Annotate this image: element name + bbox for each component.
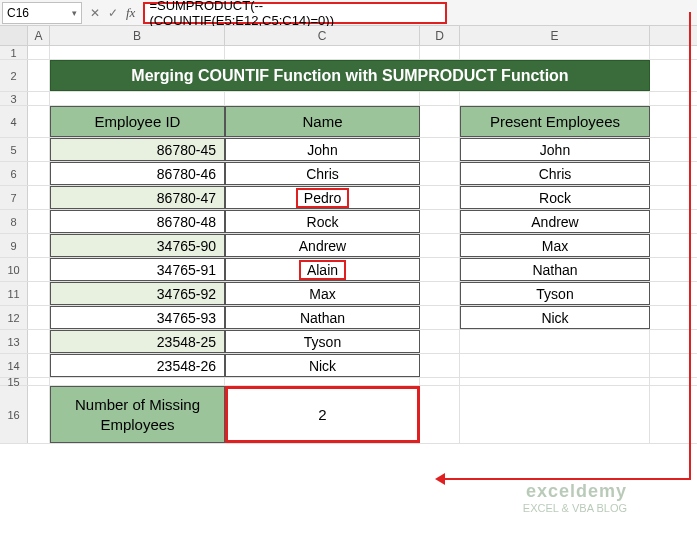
cell-present[interactable]: John: [460, 138, 650, 161]
cell-D14[interactable]: [420, 354, 460, 377]
cell-present[interactable]: Chris: [460, 162, 650, 185]
cell-D6[interactable]: [420, 162, 460, 185]
cell-present[interactable]: Rock: [460, 186, 650, 209]
cell-present[interactable]: Andrew: [460, 210, 650, 233]
row-header-8[interactable]: 8: [0, 210, 28, 233]
cell-A6[interactable]: [28, 162, 50, 185]
cell-E16[interactable]: [460, 386, 650, 443]
cell-A9[interactable]: [28, 234, 50, 257]
cell-A15[interactable]: [28, 378, 50, 385]
row-header-4[interactable]: 4: [0, 106, 28, 137]
cell-name[interactable]: Nick: [225, 354, 420, 377]
cell-D7[interactable]: [420, 186, 460, 209]
cell-C3[interactable]: [225, 92, 420, 105]
cell-present[interactable]: Nathan: [460, 258, 650, 281]
name-box[interactable]: C16 ▾: [2, 2, 82, 24]
cell-A5[interactable]: [28, 138, 50, 161]
cell-D4[interactable]: [420, 106, 460, 137]
cell-C15[interactable]: [225, 378, 420, 385]
cell-A16[interactable]: [28, 386, 50, 443]
cell-D12[interactable]: [420, 306, 460, 329]
cell-A2[interactable]: [28, 60, 50, 91]
check-icon[interactable]: ✓: [108, 6, 118, 20]
fx-icon[interactable]: fx: [126, 5, 135, 21]
cell-employee-id[interactable]: 23548-26: [50, 354, 225, 377]
cell-employee-id[interactable]: 86780-47: [50, 186, 225, 209]
row-header-2[interactable]: 2: [0, 60, 28, 91]
col-header-E[interactable]: E: [460, 26, 650, 45]
cell-E1[interactable]: [460, 46, 650, 59]
cell-B3[interactable]: [50, 92, 225, 105]
row-header-3[interactable]: 3: [0, 92, 28, 105]
cell-D9[interactable]: [420, 234, 460, 257]
cell-employee-id[interactable]: 34765-91: [50, 258, 225, 281]
cell-D13[interactable]: [420, 330, 460, 353]
cell-name[interactable]: John: [225, 138, 420, 161]
cell-A14[interactable]: [28, 354, 50, 377]
cell-present[interactable]: Tyson: [460, 282, 650, 305]
cell-name[interactable]: Tyson: [225, 330, 420, 353]
cell-employee-id[interactable]: 23548-25: [50, 330, 225, 353]
header-present[interactable]: Present Employees: [460, 106, 650, 137]
cell-D3[interactable]: [420, 92, 460, 105]
cell-D16[interactable]: [420, 386, 460, 443]
row-header-15[interactable]: 15: [0, 378, 28, 385]
row-header-9[interactable]: 9: [0, 234, 28, 257]
cell-present[interactable]: [460, 354, 650, 377]
col-header-D[interactable]: D: [420, 26, 460, 45]
row-header-1[interactable]: 1: [0, 46, 28, 59]
cell-present[interactable]: [460, 330, 650, 353]
row-header-6[interactable]: 6: [0, 162, 28, 185]
cell-D5[interactable]: [420, 138, 460, 161]
cell-A10[interactable]: [28, 258, 50, 281]
row-header-14[interactable]: 14: [0, 354, 28, 377]
row-header-10[interactable]: 10: [0, 258, 28, 281]
header-employee-id[interactable]: Employee ID: [50, 106, 225, 137]
cell-D8[interactable]: [420, 210, 460, 233]
cell-D15[interactable]: [420, 378, 460, 385]
cell-present[interactable]: Nick: [460, 306, 650, 329]
cell-name[interactable]: Max: [225, 282, 420, 305]
cell-A3[interactable]: [28, 92, 50, 105]
col-header-B[interactable]: B: [50, 26, 225, 45]
cell-name[interactable]: Pedro: [225, 186, 420, 209]
chevron-down-icon[interactable]: ▾: [72, 8, 77, 18]
row-header-16[interactable]: 16: [0, 386, 28, 443]
cell-D1[interactable]: [420, 46, 460, 59]
missing-label[interactable]: Number of Missing Employees: [50, 386, 225, 443]
cell-employee-id[interactable]: 34765-92: [50, 282, 225, 305]
cell-employee-id[interactable]: 34765-90: [50, 234, 225, 257]
cell-A12[interactable]: [28, 306, 50, 329]
header-name[interactable]: Name: [225, 106, 420, 137]
row-header-13[interactable]: 13: [0, 330, 28, 353]
cell-E15[interactable]: [460, 378, 650, 385]
formula-input[interactable]: =SUMPRODUCT(--(COUNTIF(E5:E12,C5:C14)=0)…: [143, 2, 447, 24]
cell-E3[interactable]: [460, 92, 650, 105]
row-header-11[interactable]: 11: [0, 282, 28, 305]
cancel-icon[interactable]: ✕: [90, 6, 100, 20]
cell-name[interactable]: Nathan: [225, 306, 420, 329]
cell-name[interactable]: Andrew: [225, 234, 420, 257]
cell-C1[interactable]: [225, 46, 420, 59]
cell-B15[interactable]: [50, 378, 225, 385]
row-header-5[interactable]: 5: [0, 138, 28, 161]
col-header-A[interactable]: A: [28, 26, 50, 45]
cell-employee-id[interactable]: 86780-45: [50, 138, 225, 161]
cell-name[interactable]: Alain: [225, 258, 420, 281]
row-header-7[interactable]: 7: [0, 186, 28, 209]
cell-employee-id[interactable]: 86780-48: [50, 210, 225, 233]
cell-A7[interactable]: [28, 186, 50, 209]
row-header-12[interactable]: 12: [0, 306, 28, 329]
cell-name[interactable]: Rock: [225, 210, 420, 233]
cell-A8[interactable]: [28, 210, 50, 233]
select-all-corner[interactable]: [0, 26, 28, 45]
cell-name[interactable]: Chris: [225, 162, 420, 185]
cell-A11[interactable]: [28, 282, 50, 305]
title-banner[interactable]: Merging COUNTIF Function with SUMPRODUCT…: [50, 60, 650, 91]
col-header-C[interactable]: C: [225, 26, 420, 45]
cell-A4[interactable]: [28, 106, 50, 137]
cell-D10[interactable]: [420, 258, 460, 281]
cell-present[interactable]: Max: [460, 234, 650, 257]
cell-A1[interactable]: [28, 46, 50, 59]
cell-A13[interactable]: [28, 330, 50, 353]
